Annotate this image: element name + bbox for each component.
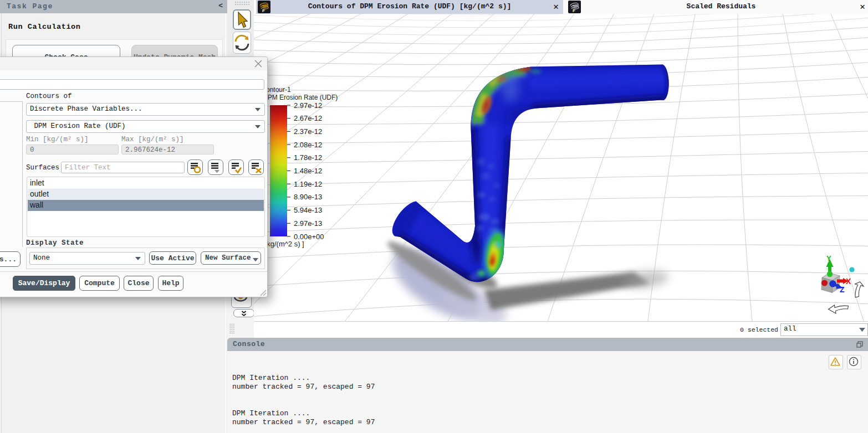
svg-text:2.08e-12: 2.08e-12 — [294, 141, 322, 149]
svg-text:8.90e-13: 8.90e-13 — [294, 193, 322, 201]
svg-text:Y: Y — [826, 254, 831, 262]
svg-text:1.48e-12: 1.48e-12 — [294, 167, 322, 175]
svg-text:F: F — [573, 8, 575, 13]
svg-text:Z: Z — [840, 285, 845, 294]
svg-text:[ kg/(m^2 s) ]: [ kg/(m^2 s) ] — [263, 240, 304, 248]
svg-text:2.67e-12: 2.67e-12 — [294, 114, 322, 122]
svg-text:2.37e-12: 2.37e-12 — [294, 127, 322, 136]
svg-text:2.97e-13: 2.97e-13 — [294, 219, 322, 228]
svg-text:1.19e-12: 1.19e-12 — [294, 180, 322, 188]
svg-text:2.97e-12: 2.97e-12 — [294, 101, 322, 110]
svg-text:X: X — [846, 277, 851, 286]
svg-text:1.78e-12: 1.78e-12 — [294, 153, 322, 162]
svg-text:DPM Erosion Rate (UDF): DPM Erosion Rate (UDF) — [263, 94, 338, 101]
svg-text:F: F — [262, 8, 265, 13]
svg-text:5.94e-13: 5.94e-13 — [294, 206, 322, 214]
